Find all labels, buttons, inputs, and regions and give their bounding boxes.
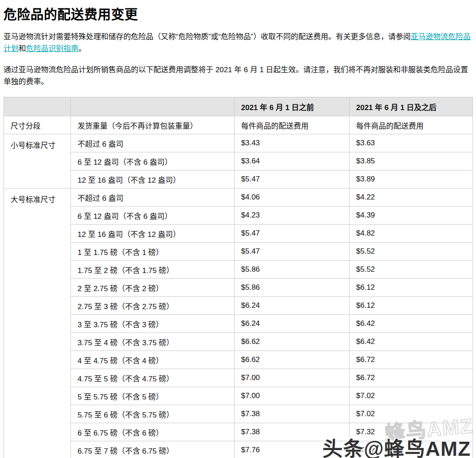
fee-table-row: 5.75 至 6 磅（不含 5.75 磅）$7.38$7.02 [4,405,473,423]
fee-before-cell: $6.62 [234,351,350,369]
intro-conjunction: 和 [19,44,26,53]
shipping-weight-cell: 1.75 至 2 磅（不含 1.75 磅） [71,261,234,279]
fee-table-row: 1.75 至 2 磅（不含 1.75 磅）$5.86$5.52 [4,261,473,279]
shipping-weight-cell: 5 至 5.75 磅（不含 5 磅） [71,387,234,405]
fee-before-cell: $5.47 [234,225,350,243]
header-size-tier: 尺寸分段 [4,116,71,134]
shipping-weight-cell: 4 至 4.75 磅（不含 4 磅） [71,351,234,369]
table-header-dates-row: 2021 年 6 月 1 日之前 2021 年 6 月 1 日及之后 [4,97,473,116]
fee-before-cell: $7.38 [234,405,350,423]
fee-after-cell: $4.82 [350,225,473,243]
fee-before-cell: $7.00 [234,369,350,387]
fee-before-cell: $5.47 [234,243,350,261]
shipping-weight-cell: 3.75 至 4 磅（不含 3.75 磅） [71,333,234,351]
intro-period: 。 [78,44,86,53]
fee-after-cell: $3.89 [350,170,473,188]
header-fee-per-unit-before: 每件商品的配送费用 [234,116,350,134]
fee-before-cell: $5.86 [234,279,350,297]
fee-table-row: 小号标准尺寸不超过 6 盎司$3.43$3.63 [4,134,473,152]
fee-after-cell: $7.02 [350,387,473,405]
fee-before-cell: $4.23 [234,207,350,225]
header-empty-cell [71,97,234,116]
fee-after-cell: $3.63 [350,134,473,152]
intro-text: 亚马逊物流针对需要特殊处理和储存的危险品（又称“危险物质”或“危险物品”）收取不… [4,33,411,41]
header-before-date: 2021 年 6 月 1 日之前 [234,97,350,116]
fee-table-row: 1 至 1.75 磅（不含 1 磅）$5.47$5.52 [4,243,473,261]
fee-after-cell: $4.39 [350,207,473,225]
fee-after-cell: $6.72 [350,351,473,369]
fee-before-cell: $5.86 [234,261,350,279]
shipping-weight-cell: 6 至 12 盎司（不含 6 盎司） [71,207,234,225]
shipping-weight-cell: 4.75 至 5 磅（不含 4.75 磅） [71,369,234,387]
header-shipping-weight: 发货重量（今后不再计算包装重量） [71,116,234,134]
fee-after-cell: $5.52 [350,243,473,261]
shipping-weight-cell: 不超过 6 盎司 [71,188,234,207]
fee-before-cell: $6.62 [234,333,350,351]
fee-table-row: 6 至 12 盎司（不含 6 盎司）$4.23$4.39 [4,207,473,225]
fee-after-cell: $6.42 [350,315,473,333]
size-tier-cell: 小号标准尺寸 [4,134,71,188]
link-dangerous-goods-identification-guide[interactable]: 危险品识别指南 [26,44,78,53]
fee-table-row: 6 至 12 盎司（不含 6 盎司）$3.64$3.85 [4,152,473,170]
fee-after-cell: $6.72 [350,369,473,387]
fee-table-row: 大号标准尺寸不超过 6 盎司$4.06$4.22 [4,188,473,207]
shipping-weight-cell: 2 至 2.75 磅（不含 2 磅） [71,279,234,297]
table-header-labels-row: 尺寸分段 发货重量（今后不再计算包装重量） 每件商品的配送费用 每件商品的配送费… [4,116,473,134]
fee-table-row: 2.75 至 3 磅（不含 2.75 磅）$6.24$6.12 [4,297,473,315]
fee-after-cell: $7.32 [350,441,473,458]
fee-table-row: 5 至 5.75 磅（不含 5 磅）$7.00$7.02 [4,387,473,405]
fee-table-row: 2 至 2.75 磅（不含 2 磅）$5.86$6.12 [4,279,473,297]
header-empty-cell [4,97,71,116]
header-fee-per-unit-after: 每件商品的配送费用 [350,116,473,134]
fee-before-cell: $6.24 [234,297,350,315]
fee-after-cell: $7.02 [350,405,473,423]
shipping-weight-cell: 6 至 12 盎司（不含 6 盎司） [71,152,234,170]
shipping-weight-cell: 不超过 6 盎司 [71,134,234,152]
shipping-weight-cell: 2.75 至 3 磅（不含 2.75 磅） [71,297,234,315]
fee-table-row: 12 至 16 盎司（不含 12 盎司）$5.47$3.89 [4,170,473,188]
header-after-date: 2021 年 6 月 1 日及之后 [350,97,473,116]
dangerous-goods-fee-table: 2021 年 6 月 1 日之前 2021 年 6 月 1 日及之后 尺寸分段 … [4,97,473,458]
shipping-weight-cell: 12 至 16 盎司（不含 12 盎司） [71,170,234,188]
shipping-weight-cell: 5.75 至 6 磅（不含 5.75 磅） [71,405,234,423]
fee-before-cell: $5.47 [234,170,350,188]
article-page: 危险品的配送费用变更 亚马逊物流针对需要特殊处理和储存的危险品（又称“危险物质”… [0,0,476,458]
fee-table-row: 3.75 至 4 磅（不含 3.75 磅）$6.62$6.42 [4,333,473,351]
shipping-weight-cell: 6 至 6.75 磅（不含 6 磅） [71,423,234,441]
fee-table-row: 4.75 至 5 磅（不含 4.75 磅）$7.00$6.72 [4,369,473,387]
shipping-weight-cell: 6.75 至 7 磅（不含 6.75 磅） [71,441,234,458]
fee-before-cell: $7.38 [234,423,350,441]
fee-after-cell: $6.12 [350,297,473,315]
effective-date-paragraph: 通过亚马逊物流危险品计划所销售商品的以下配送费用调整将于 2021 年 6 月 … [4,64,472,88]
fee-table-row: 3 至 3.75 磅（不含 3 磅）$6.24$6.42 [4,315,473,333]
shipping-weight-cell: 12 至 16 盎司（不含 12 盎司） [71,225,234,243]
fee-after-cell: $5.52 [350,261,473,279]
fee-table-row: 6.75 至 7 磅（不含 6.75 磅）$7.76$7.32 [4,441,473,458]
fee-before-cell: $3.64 [234,152,350,170]
shipping-weight-cell: 3 至 3.75 磅（不含 3 磅） [71,315,234,333]
fee-before-cell: $7.00 [234,387,350,405]
fee-after-cell: $6.42 [350,333,473,351]
fee-before-cell: $3.43 [234,134,350,152]
shipping-weight-cell: 1 至 1.75 磅（不含 1 磅） [71,243,234,261]
page-title: 危险品的配送费用变更 [4,0,472,23]
intro-paragraph: 亚马逊物流针对需要特殊处理和储存的危险品（又称“危险物质”或“危险物品”）收取不… [4,31,472,55]
fee-table-row: 12 至 16 盎司（不含 12 盎司）$5.47$4.82 [4,225,473,243]
fee-before-cell: $6.24 [234,315,350,333]
fee-after-cell: $7.32 [350,423,473,441]
fee-table-row: 4 至 4.75 磅（不含 4 磅）$6.62$6.72 [4,351,473,369]
fee-after-cell: $3.85 [350,152,473,170]
fee-before-cell: $7.76 [234,441,350,458]
fee-table-row: 6 至 6.75 磅（不含 6 磅）$7.38$7.32 [4,423,473,441]
fee-after-cell: $4.22 [350,188,473,207]
fee-after-cell: $6.12 [350,279,473,297]
fee-before-cell: $4.06 [234,188,350,207]
size-tier-cell: 大号标准尺寸 [4,188,71,458]
